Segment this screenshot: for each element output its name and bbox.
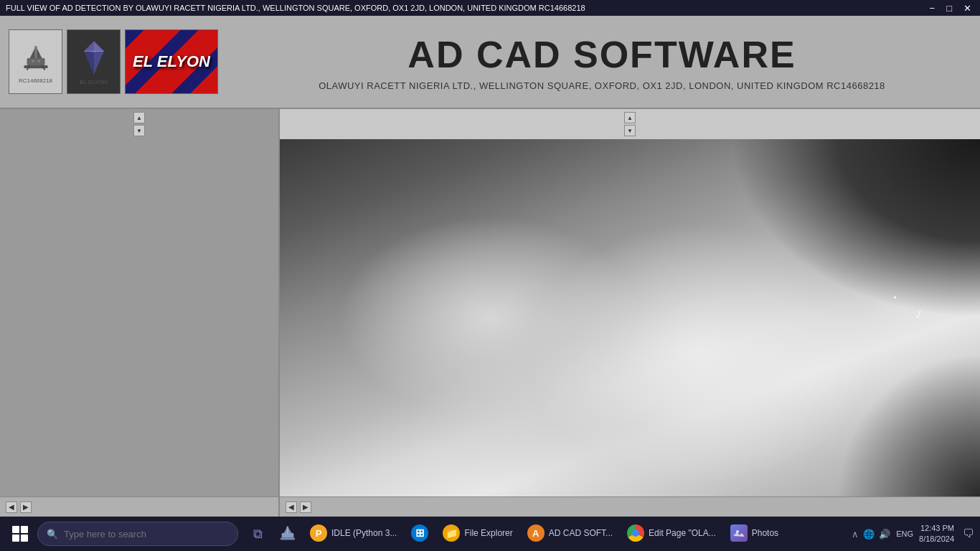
tray-up-arrow[interactable]: ∧ xyxy=(852,529,859,540)
svg-marker-10 xyxy=(84,42,94,53)
taskbar-app-photos[interactable]: Photos xyxy=(725,519,784,548)
cloud-image: ✓ xyxy=(280,139,980,496)
main-content: ▲ ▼ ◀ ▶ ▲ ▼ ✓ ◀ ▶ xyxy=(0,109,980,517)
win-quad-tl xyxy=(12,526,19,533)
title-bar-controls: − □ ✕ xyxy=(927,3,974,14)
svg-rect-0 xyxy=(27,58,44,65)
win-quad-bl xyxy=(12,534,19,542)
left-image-area xyxy=(0,139,278,496)
title-bar: FULL VIEW OF AD DETECTION BY OLAWUYI RAC… xyxy=(0,0,980,16)
right-panel: ▲ ▼ ✓ ◀ ▶ xyxy=(280,109,980,517)
maximize-button[interactable]: □ xyxy=(943,3,955,14)
logos-area: RC14668218 EL ELYON EL ELYON xyxy=(9,29,218,94)
scroll-right-left[interactable]: ▶ xyxy=(20,501,32,513)
right-image-area: ✓ xyxy=(280,139,980,496)
scroll-down-right[interactable]: ▼ xyxy=(624,125,636,136)
svg-marker-12 xyxy=(94,51,104,74)
title-bar-text: FULL VIEW OF AD DETECTION BY OLAWUYI RAC… xyxy=(6,4,927,12)
scroll-up-right[interactable]: ▲ xyxy=(624,112,636,123)
time-display: 12:43 PM xyxy=(919,523,954,534)
idle-icon: P xyxy=(310,524,327,542)
logo2-rc-text: EL ELYON xyxy=(80,79,107,85)
msstore-icon: ⊞ xyxy=(411,524,428,542)
scroll-left-right[interactable]: ◀ xyxy=(286,501,297,513)
app-title: AD CAD SOFTWARE xyxy=(232,33,971,76)
file-explorer-icon: 📁 xyxy=(443,524,460,542)
scroll-up-left[interactable]: ▲ xyxy=(133,112,145,123)
taskbar-app-idle[interactable]: P IDLE (Python 3... xyxy=(304,519,402,548)
scroll-right-right[interactable]: ▶ xyxy=(300,501,311,513)
scroll-left-left[interactable]: ◀ xyxy=(6,501,17,513)
chrome-label: Edit Page "OLA... xyxy=(649,528,716,538)
logo-ship: RC14668218 xyxy=(9,29,62,94)
idle-label: IDLE (Python 3... xyxy=(331,528,397,538)
task-view-button[interactable]: ⧉ xyxy=(244,520,271,547)
taskbar: 🔍 ⧉ P IDLE (Python 3... ⊞ 📁 File Explore… xyxy=(0,517,980,551)
win-quad-br xyxy=(21,534,28,542)
adcad-icon: A xyxy=(527,524,545,542)
ship-icon xyxy=(18,40,54,76)
taskbar-app-msstore[interactable]: ⊞ xyxy=(405,519,434,548)
taskbar-app-adcad[interactable]: A AD CAD SOFT... xyxy=(522,519,618,548)
close-button[interactable]: ✕ xyxy=(961,3,974,14)
windows-icon xyxy=(12,526,28,542)
search-bar[interactable]: 🔍 xyxy=(37,522,238,546)
file-explorer-label: File Explorer xyxy=(464,528,512,538)
left-panel: ▲ ▼ ◀ ▶ xyxy=(0,109,280,517)
dark-corner-top-right xyxy=(729,139,980,319)
svg-rect-17 xyxy=(281,538,296,540)
logo-gem: EL ELYON xyxy=(67,29,121,94)
svg-point-6 xyxy=(32,60,34,62)
taskbar-app-file-explorer[interactable]: 📁 File Explorer xyxy=(437,519,518,548)
adcad-label: AD CAD SOFT... xyxy=(549,528,613,538)
chrome-icon xyxy=(627,524,644,542)
header-title: AD CAD SOFTWARE OLAWUYI RACETT NIGERIA L… xyxy=(232,33,971,91)
tray-network-icon[interactable]: 🌐 xyxy=(863,529,875,540)
elyon-label: EL ELYON xyxy=(133,52,210,71)
bright-dot xyxy=(894,296,896,298)
win-quad-tr xyxy=(21,526,28,533)
date-display: 8/18/2024 xyxy=(919,534,954,545)
minimize-button[interactable]: − xyxy=(927,3,938,14)
scroll-down-left[interactable]: ▼ xyxy=(133,125,145,136)
scroll-arrows-horizontal-left: ◀ ▶ xyxy=(0,496,278,517)
tray-icons: ∧ 🌐 🔊 xyxy=(852,529,890,540)
scroll-arrows-horizontal-right: ◀ ▶ xyxy=(280,496,980,517)
logo-elyon: EL ELYON xyxy=(125,29,218,94)
svg-rect-16 xyxy=(287,527,288,534)
svg-point-7 xyxy=(37,60,39,62)
search-input[interactable] xyxy=(64,529,207,540)
ship-taskbar-icon xyxy=(278,524,298,544)
gem-icon xyxy=(80,38,108,77)
svg-marker-11 xyxy=(84,51,94,74)
photos-icon xyxy=(730,524,748,542)
svg-rect-2 xyxy=(34,46,37,58)
task-view-icon: ⧉ xyxy=(253,527,263,542)
tray-lang[interactable]: ENG xyxy=(896,529,913,538)
search-icon: 🔍 xyxy=(47,529,58,540)
header: RC14668218 EL ELYON EL ELYON AD CAD SOFT… xyxy=(0,16,980,109)
taskbar-app-chrome[interactable]: Edit Page "OLA... xyxy=(621,519,722,548)
system-tray: ∧ 🌐 🔊 ENG 12:43 PM 8/18/2024 🗨 xyxy=(852,523,974,545)
dark-corner-bottom-right xyxy=(837,353,980,496)
company-info: OLAWUYI RACETT NIGERIA LTD., WELLINGTON … xyxy=(232,80,971,91)
start-button[interactable] xyxy=(6,519,34,548)
scroll-arrows-vertical-right: ▲ ▼ xyxy=(280,109,980,139)
tray-sound-icon[interactable]: 🔊 xyxy=(879,529,890,540)
logo1-rc-text: RC14668218 xyxy=(19,77,52,84)
svg-rect-3 xyxy=(24,65,47,68)
photos-label: Photos xyxy=(752,528,778,538)
svg-rect-14 xyxy=(282,533,294,538)
pinned-ship-icon[interactable] xyxy=(274,520,301,547)
notification-button[interactable]: 🗨 xyxy=(963,527,974,540)
datetime-display[interactable]: 12:43 PM 8/18/2024 xyxy=(919,523,954,545)
svg-marker-9 xyxy=(94,42,104,53)
scroll-arrows-vertical-left: ▲ ▼ xyxy=(0,109,278,139)
